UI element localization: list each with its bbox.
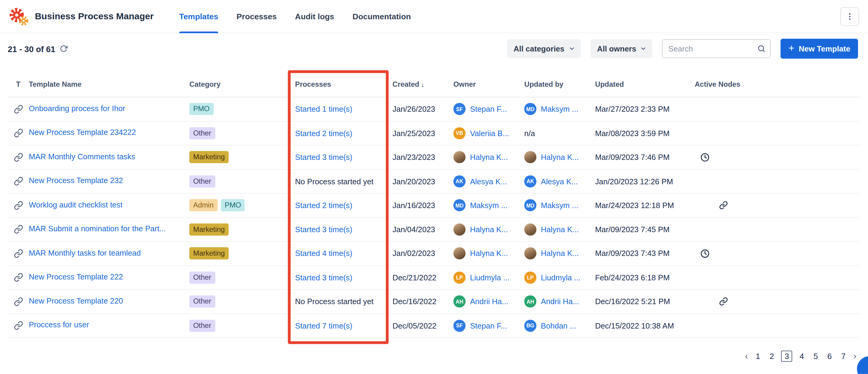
processes-link[interactable]: Started 3 time(s) bbox=[295, 153, 352, 161]
user-link[interactable]: Halyna K... bbox=[541, 249, 579, 258]
tab-processes[interactable]: Processes bbox=[237, 0, 277, 33]
row-type-cell bbox=[8, 104, 29, 114]
col-template-name[interactable]: Template Name bbox=[29, 80, 190, 89]
template-name-link[interactable]: MAR Monthly Comments tasks bbox=[29, 152, 135, 161]
col-processes[interactable]: Processes bbox=[295, 80, 393, 89]
chevron-down-icon bbox=[568, 45, 575, 52]
table-row: MAR Monthly tasks for teamlead Marketing… bbox=[8, 242, 861, 266]
page-number-2[interactable]: 2 bbox=[767, 351, 776, 361]
row-type-cell bbox=[8, 225, 29, 234]
processes-link[interactable]: Started 2 time(s) bbox=[295, 129, 352, 137]
template-link-icon bbox=[13, 176, 23, 186]
tab-documentation[interactable]: Documentation bbox=[352, 0, 411, 33]
row-type-cell bbox=[8, 297, 29, 306]
user-link[interactable]: Alesya K... bbox=[541, 177, 578, 185]
template-link-icon bbox=[13, 249, 23, 258]
owner-cell: LPLiudmyla ... bbox=[453, 271, 524, 283]
page-number-5[interactable]: 5 bbox=[811, 351, 820, 361]
tab-templates[interactable]: Templates bbox=[179, 0, 218, 33]
col-updated-by[interactable]: Updated by bbox=[524, 80, 595, 89]
main-nav: Templates Processes Audit logs Documenta… bbox=[179, 0, 429, 33]
category-chip: Admin bbox=[189, 199, 217, 211]
page-number-7[interactable]: 7 bbox=[839, 351, 848, 361]
template-name-link[interactable]: MAR Monthly tasks for teamlead bbox=[29, 248, 141, 257]
template-name-cell: MAR Monthly Comments tasks bbox=[29, 152, 190, 163]
user-link[interactable]: Liudmyla ... bbox=[470, 273, 509, 282]
template-name-link[interactable]: New Process Template 232 bbox=[29, 176, 123, 185]
page-number-3[interactable]: 3 bbox=[781, 350, 792, 362]
owner-cell: MDMaksym ... bbox=[453, 199, 524, 211]
user-initials-avatar: SF bbox=[453, 103, 465, 115]
col-active-nodes[interactable]: Active Nodes bbox=[695, 80, 860, 89]
user-photo-avatar bbox=[524, 151, 536, 163]
clock-icon[interactable] bbox=[700, 152, 710, 162]
user-link[interactable]: Bohdan ... bbox=[541, 321, 576, 330]
user-link[interactable]: Halyna K... bbox=[541, 153, 579, 161]
user-link[interactable]: Maksym ... bbox=[541, 201, 578, 210]
floating-help-button[interactable] bbox=[857, 356, 868, 374]
user-link[interactable]: Maksym ... bbox=[470, 201, 507, 210]
processes-link[interactable]: Started 3 time(s) bbox=[295, 273, 352, 282]
search-input[interactable] bbox=[662, 39, 771, 58]
prev-page-button[interactable]: ‹ bbox=[744, 351, 748, 361]
template-name-link[interactable]: New Process Template 222 bbox=[29, 272, 123, 281]
template-name-link[interactable]: MAR Submit a nomination for the Part... bbox=[29, 224, 166, 233]
user-link[interactable]: Halyna K... bbox=[470, 249, 508, 258]
col-type[interactable]: T bbox=[8, 80, 29, 89]
col-category[interactable]: Category bbox=[189, 80, 295, 89]
owners-filter-dropdown[interactable]: All owners bbox=[590, 39, 652, 58]
user-link[interactable]: Maksym ... bbox=[541, 105, 578, 113]
template-name-link[interactable]: New Process Template 234222 bbox=[29, 128, 136, 137]
col-owner[interactable]: Owner bbox=[453, 80, 524, 89]
active-node-link-icon[interactable] bbox=[719, 201, 728, 210]
template-link-icon bbox=[13, 129, 23, 138]
user-photo-avatar bbox=[453, 247, 465, 259]
processes-link[interactable]: Started 3 time(s) bbox=[295, 225, 352, 234]
overflow-menu-button[interactable] bbox=[840, 7, 859, 26]
user-link[interactable]: Halyna K... bbox=[470, 153, 508, 161]
user-initials-avatar: BG bbox=[524, 319, 536, 332]
category-chip: Marketing bbox=[189, 223, 229, 236]
categories-filter-dropdown[interactable]: All categories bbox=[507, 39, 581, 58]
user-link[interactable]: Alesya K... bbox=[470, 177, 507, 185]
user-link[interactable]: Liudmyla ... bbox=[541, 273, 580, 282]
processes-link[interactable]: Started 4 time(s) bbox=[295, 249, 352, 258]
tab-audit-logs[interactable]: Audit logs bbox=[295, 0, 334, 33]
new-template-label: New Template bbox=[799, 44, 850, 53]
template-name-link[interactable]: Worklog audit checklist test bbox=[29, 200, 123, 209]
processes-cell: Started 7 time(s) bbox=[295, 321, 393, 330]
user-link[interactable]: Stepan F... bbox=[470, 321, 507, 330]
user-link[interactable]: Halyna K... bbox=[470, 225, 508, 234]
user-link[interactable]: Stepan F... bbox=[470, 105, 507, 113]
active-node-link-icon[interactable] bbox=[719, 297, 728, 306]
template-name-link[interactable]: Onboarding process for Ihor bbox=[29, 104, 125, 113]
col-updated[interactable]: Updated bbox=[595, 80, 695, 89]
user-link[interactable]: Andrii Ha... bbox=[470, 297, 508, 306]
refresh-icon[interactable] bbox=[60, 45, 67, 53]
user-link[interactable]: Halyna K... bbox=[541, 225, 579, 234]
search-icon[interactable] bbox=[757, 44, 766, 53]
page-number-1[interactable]: 1 bbox=[753, 351, 763, 361]
processes-link[interactable]: Started 2 time(s) bbox=[295, 201, 352, 210]
col-created-label: Created bbox=[393, 80, 419, 89]
user-initials-avatar: AH bbox=[524, 296, 536, 307]
row-type-cell bbox=[8, 273, 29, 282]
new-template-button[interactable]: + New Template bbox=[781, 39, 858, 59]
updated-by-cell: Halyna K... bbox=[524, 247, 595, 259]
clock-icon[interactable] bbox=[700, 249, 710, 258]
col-created[interactable]: Created↓ bbox=[393, 80, 453, 89]
template-link-icon bbox=[13, 297, 23, 306]
template-name-link[interactable]: New Process Template 220 bbox=[29, 296, 123, 305]
user-link[interactable]: Valeriia B... bbox=[470, 129, 509, 137]
processes-link[interactable]: Started 7 time(s) bbox=[295, 321, 352, 330]
page-number-4[interactable]: 4 bbox=[798, 351, 807, 361]
next-page-button[interactable]: › bbox=[853, 351, 857, 361]
template-name-link[interactable]: Proccess for user bbox=[29, 320, 89, 329]
category-cell: Other bbox=[189, 271, 295, 284]
user-link[interactable]: Andrii Ha... bbox=[541, 297, 579, 306]
created-cell: Dec/05/2022 bbox=[393, 321, 453, 330]
page-number-6[interactable]: 6 bbox=[825, 351, 834, 361]
processes-link[interactable]: Started 1 time(s) bbox=[295, 105, 352, 113]
user-initials-avatar: AK bbox=[453, 175, 465, 187]
created-cell: Dec/21/2022 bbox=[393, 273, 453, 282]
